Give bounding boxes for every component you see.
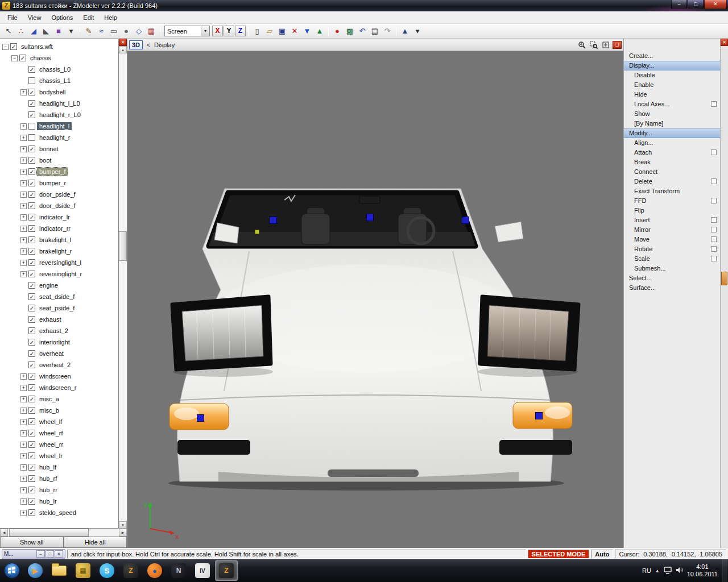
viewport-back-button[interactable]: < — [144, 41, 152, 48]
uv-mapper-icon[interactable]: ▩ — [344, 26, 356, 37]
tree-item-engine[interactable]: ✓engine — [0, 280, 118, 291]
menu-edit[interactable]: Edit — [78, 13, 99, 23]
visibility-checkbox[interactable]: ✓ — [28, 305, 35, 311]
tree-item-sultanrs.wft[interactable]: −✓sultanrs.wft — [0, 41, 118, 52]
mini-close-button[interactable]: ✕ — [55, 550, 63, 558]
create-surface-icon[interactable]: ◇ — [133, 26, 145, 37]
tree-item-headlight_l_L0[interactable]: ✓headlight_l_L0 — [0, 98, 118, 109]
delete-object-icon[interactable]: ✕ — [288, 26, 301, 37]
taskbar-clock[interactable]: 4:01 10.06.2011 — [687, 563, 718, 578]
command-align[interactable]: Align... — [624, 138, 720, 148]
show-all-button[interactable]: Show all — [0, 537, 64, 548]
viewport-view-name[interactable]: Display — [154, 41, 175, 48]
undo-icon[interactable]: ↶ — [356, 26, 369, 37]
visibility-checkbox[interactable]: ✓ — [28, 66, 35, 73]
start-button[interactable] — [1, 560, 23, 581]
taskbar-explorer[interactable] — [48, 560, 71, 581]
command-rotate[interactable]: Rotate — [624, 244, 720, 254]
tree-item-hub_rr[interactable]: +✓hub_rr — [0, 484, 118, 496]
collapse-icon[interactable]: − — [2, 44, 9, 50]
new-file-icon[interactable]: ▯ — [251, 26, 263, 37]
expand-icon[interactable]: + — [20, 442, 27, 448]
visibility-checkbox[interactable]: ✓ — [28, 384, 35, 391]
taskbar-app-n[interactable]: N — [167, 560, 190, 581]
taskbar-skype[interactable]: S — [96, 560, 118, 581]
language-indicator[interactable]: RU — [642, 567, 651, 574]
tree-panel-close-button[interactable]: ✕ — [119, 39, 127, 46]
minimized-child-window[interactable]: M... – □ ✕ — [2, 549, 65, 559]
expand-icon[interactable]: + — [20, 157, 27, 164]
expand-icon[interactable]: + — [20, 248, 27, 255]
tree-item-hub_lr[interactable]: +✓hub_lr — [0, 496, 118, 507]
expand-icon[interactable]: + — [20, 89, 27, 95]
expand-icon[interactable]: + — [20, 396, 27, 402]
visibility-checkbox[interactable]: ✓ — [28, 418, 35, 425]
visibility-checkbox[interactable]: ✓ — [28, 259, 35, 266]
tree-item-windscreen_r[interactable]: +✓windscreen_r — [0, 382, 118, 393]
tree-item-windscreen[interactable]: +✓windscreen — [0, 371, 118, 382]
tree-hscroll-track[interactable] — [8, 529, 119, 537]
create-sphere-icon[interactable]: ● — [120, 26, 133, 37]
tree-item-wheel_lf[interactable]: +✓wheel_lf — [0, 416, 118, 427]
command-panel-scrollbar-thumb[interactable] — [721, 272, 727, 285]
command-checkbox[interactable] — [711, 256, 717, 261]
tree-item-chassis_L0[interactable]: ✓chassis_L0 — [0, 64, 118, 75]
command-hide[interactable]: Hide — [624, 90, 720, 99]
command-insert[interactable]: Insert — [624, 215, 720, 225]
expand-icon[interactable]: + — [20, 271, 27, 277]
visibility-checkbox[interactable]: ✓ — [28, 487, 35, 493]
command-local-axes[interactable]: Local Axes... — [624, 99, 720, 109]
tree-horizontal-scrollbar-thumb[interactable] — [9, 529, 89, 537]
export-file-icon[interactable]: ▲ — [313, 26, 326, 37]
command-connect[interactable]: Connect — [624, 167, 720, 177]
command-exact-transform[interactable]: Exact Transform — [624, 186, 720, 196]
viewport-canvas[interactable]: y x — [127, 51, 623, 548]
scroll-right-icon[interactable]: ▶ — [119, 529, 127, 537]
expand-icon[interactable]: + — [20, 498, 27, 505]
material-editor-icon[interactable]: ● — [331, 26, 344, 37]
tree-item-hub_rf[interactable]: +✓hub_rf — [0, 473, 118, 484]
visibility-checkbox[interactable]: ✓ — [28, 350, 35, 357]
tree-item-headlight_l[interactable]: +headlight_l — [0, 120, 118, 132]
command-break[interactable]: Break — [624, 157, 720, 167]
axis-x-button[interactable]: X — [212, 26, 223, 36]
collapse-icon[interactable]: − — [11, 55, 18, 61]
tree-item-wheel_rf[interactable]: +✓wheel_rf — [0, 427, 118, 439]
expand-icon[interactable]: + — [20, 237, 27, 243]
command-attach[interactable]: Attach — [624, 148, 720, 157]
visibility-checkbox[interactable]: ✓ — [28, 441, 35, 448]
command-select[interactable]: Select... — [624, 273, 720, 283]
tree-item-wheel_lr[interactable]: +✓wheel_lr — [0, 450, 118, 462]
dropdown-arrow-icon[interactable]: ▼ — [201, 26, 209, 36]
tree-item-boot[interactable]: +✓boot — [0, 155, 118, 166]
visibility-checkbox[interactable]: ✓ — [28, 271, 35, 277]
tree-item-seat_dside_f[interactable]: ✓seat_dside_f — [0, 291, 118, 302]
tree-item-headlight_r[interactable]: +headlight_r — [0, 132, 118, 143]
tree-item-headlight_r_L0[interactable]: ✓headlight_r_L0 — [0, 109, 118, 120]
command-panel-scrollbar[interactable]: ✕ — [720, 39, 728, 548]
visibility-checkbox[interactable]: ✓ — [28, 373, 35, 380]
tree-item-hub_lf[interactable]: +✓hub_lf — [0, 462, 118, 473]
redo-icon[interactable]: ↷ — [381, 26, 394, 37]
visibility-checkbox[interactable]: ✓ — [28, 316, 35, 323]
expand-icon[interactable]: + — [20, 464, 27, 471]
command-panel-close-button[interactable]: ✕ — [721, 39, 728, 46]
visibility-checkbox[interactable]: ✓ — [28, 407, 35, 414]
expand-icon[interactable]: + — [20, 180, 27, 186]
command-display[interactable]: Display... — [624, 61, 720, 70]
visibility-checkbox[interactable]: ✓ — [28, 202, 35, 209]
command-modify[interactable]: Modify... — [624, 128, 720, 138]
mini-restore-button[interactable]: □ — [46, 550, 54, 558]
hide-all-button[interactable]: Hide all — [64, 537, 127, 548]
visibility-checkbox[interactable]: ✓ — [28, 430, 35, 436]
vertex-marker[interactable] — [270, 217, 277, 224]
expand-icon[interactable]: + — [20, 510, 27, 516]
command-enable[interactable]: Enable — [624, 80, 720, 90]
minimize-button[interactable]: – — [671, 0, 687, 9]
command-checkbox[interactable] — [711, 149, 717, 155]
visibility-checkbox[interactable]: ✓ — [28, 452, 35, 459]
visibility-checkbox[interactable]: ✓ — [28, 157, 35, 164]
taskbar-app-grid[interactable]: ▦ — [72, 560, 94, 581]
snap-toggle-icon[interactable]: ▦ — [145, 26, 158, 37]
expand-icon[interactable]: + — [20, 476, 27, 482]
